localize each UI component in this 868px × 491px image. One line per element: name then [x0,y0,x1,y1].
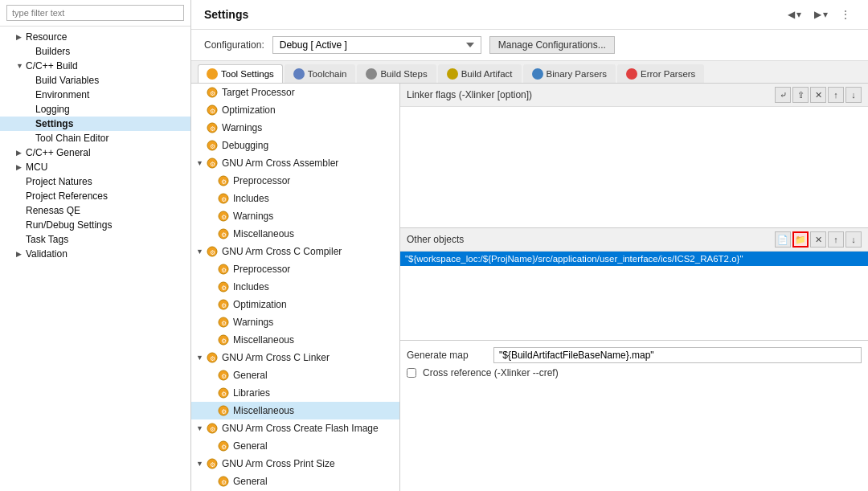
other-add-var-btn[interactable]: 📄 [775,231,791,248]
node-icon: ⚙ [217,192,230,205]
tab-build-steps[interactable]: Build Steps [357,64,436,83]
linker-add-var-btn[interactable]: ⤶ [775,87,791,103]
svg-text:⚙: ⚙ [210,161,215,168]
sidebar-item-resource[interactable]: ▶Resource [0,30,190,44]
linker-down-btn[interactable]: ↓ [845,87,862,103]
linker-flags-header: Linker flags (-Xlinker [option]) ⤶ ⇪ ✕ ↑… [400,84,868,107]
forward-button[interactable]: ▶ ▾ [809,6,833,23]
sidebar-item-settings[interactable]: Settings [0,117,190,131]
other-objects-selected-item[interactable]: "${workspace_loc:/${ProjName}/src/applic… [400,252,868,266]
sidebar-item-validation[interactable]: ▶Validation [0,247,190,261]
sidebar-item-task-tags[interactable]: Task Tags [0,232,190,247]
filter-input[interactable] [6,5,184,21]
tab-build-artifact[interactable]: Build Artifact [438,64,522,83]
node-icon: ⚙ [217,333,230,346]
left-tree-item-target-processor[interactable]: ⚙Target Processor [191,84,399,101]
tab-label: Build Steps [380,69,427,79]
left-tree-item-general4[interactable]: ⚙General [191,437,399,455]
menu-button[interactable]: ⋮ [836,6,855,23]
sidebar-item-label: Resource [26,31,67,43]
left-tree-item-includes2[interactable]: ⚙Includes [191,278,399,296]
linker-add-btn[interactable]: ⇪ [792,87,809,103]
svg-text:⚙: ⚙ [221,391,227,398]
sidebar-item-label: MCU [26,162,47,173]
sidebar-item-cpp-build[interactable]: ▼C/C++ Build [0,59,190,73]
left-tree-item-libraries3[interactable]: ⚙Libraries [191,384,399,402]
left-tree-item-miscellaneous2[interactable]: ⚙Miscellaneous [191,331,399,349]
svg-text:⚙: ⚙ [221,284,227,292]
left-tree-item-preprocessor1[interactable]: ⚙Preprocessor [191,172,399,190]
manage-configurations-button[interactable]: Manage Configurations... [489,36,615,54]
left-tree-label: GNU Arm Cross Assembler [222,158,338,169]
generate-map-input[interactable] [493,347,862,363]
other-add-folder-btn[interactable]: 📁 [792,231,809,248]
other-objects-header: Other objects 📄 📁 ✕ ↑ ↓ [400,228,868,252]
left-tree-label: GNU Arm Cross C Linker [222,352,330,363]
other-down-btn[interactable]: ↓ [845,231,862,248]
left-tree-item-includes1[interactable]: ⚙Includes [191,190,399,207]
left-tree-item-gnu-arm-assembler[interactable]: ▼ ⚙GNU Arm Cross Assembler [191,154,399,172]
tab-tool-settings[interactable]: Tool Settings [198,64,283,83]
binary-parsers-icon [532,68,543,80]
left-tree-item-warnings1[interactable]: ⚙Warnings [191,207,399,225]
left-tree-item-warnings[interactable]: ⚙Warnings [191,119,399,137]
left-tree-item-general5[interactable]: ⚙General [191,473,399,490]
cross-reference-label: Cross reference (-Xlinker --cref) [423,367,559,378]
sidebar-item-label: Settings [35,118,73,129]
left-tree-item-gnu-arm-flash[interactable]: ▼ ⚙GNU Arm Cross Create Flash Image [191,419,399,437]
left-tree-item-gnu-arm-c-linker[interactable]: ▼ ⚙GNU Arm Cross C Linker [191,349,399,366]
left-tree-label: Miscellaneous [233,334,294,346]
linker-flags-section: Linker flags (-Xlinker [option]) ⤶ ⇪ ✕ ↑… [400,84,868,228]
left-tree-item-preprocessor2[interactable]: ⚙Preprocessor [191,260,399,278]
other-delete-icon: ✕ [815,235,822,245]
sidebar-item-build-variables[interactable]: Build Variables [0,73,190,88]
config-select[interactable]: Debug [ Active ] [272,36,481,54]
linker-delete-btn[interactable]: ✕ [810,87,826,103]
left-tree-item-general3[interactable]: ⚙General [191,366,399,384]
sidebar-item-project-natures[interactable]: Project Natures [0,174,190,189]
svg-text:⚙: ⚙ [210,461,215,468]
sidebar-item-logging[interactable]: Logging [0,102,190,117]
expand-icon: ▼ [196,248,206,256]
sidebar-filter-container [0,0,190,27]
left-tree-item-gnu-arm-c-compiler[interactable]: ▼ ⚙GNU Arm Cross C Compiler [191,243,399,260]
left-tree-item-miscellaneous3[interactable]: ⚙Miscellaneous [191,402,399,419]
svg-text:⚙: ⚙ [210,249,215,256]
linker-up-btn[interactable]: ↑ [828,87,844,103]
back-icon: ◀ [788,9,795,20]
expand-icon: ▼ [196,460,206,468]
sidebar-item-cpp-general[interactable]: ▶C/C++ General [0,145,190,160]
tab-toolchain[interactable]: Toolchain [285,64,356,83]
left-tree-label: Miscellaneous [233,228,294,239]
sidebar-item-mcu[interactable]: ▶MCU [0,160,190,174]
left-tree-item-miscellaneous1[interactable]: ⚙Miscellaneous [191,225,399,243]
sidebar-item-tool-chain-editor[interactable]: Tool Chain Editor [0,131,190,145]
node-icon: ⚙ [217,174,230,187]
arrow-icon: ▶ [16,250,26,258]
sidebar-item-project-references[interactable]: Project References [0,189,190,203]
sidebar-item-run-debug-settings[interactable]: Run/Debug Settings [0,218,190,232]
left-tree-item-warnings2[interactable]: ⚙Warnings [191,313,399,331]
cross-reference-checkbox[interactable] [407,368,416,378]
left-tree-item-debugging[interactable]: ⚙Debugging [191,137,399,154]
left-tree-item-gnu-arm-print-size[interactable]: ▼ ⚙GNU Arm Cross Print Size [191,455,399,473]
other-delete-btn[interactable]: ✕ [810,231,826,248]
node-icon: ⚙ [217,387,230,399]
svg-text:⚙: ⚙ [210,355,215,362]
sidebar-item-builders[interactable]: Builders [0,44,190,59]
tab-binary-parsers[interactable]: Binary Parsers [523,64,616,83]
svg-text:⚙: ⚙ [221,479,227,486]
left-tree-item-optimization2[interactable]: ⚙Optimization [191,296,399,313]
left-tree-item-optimization[interactable]: ⚙Optimization [191,101,399,119]
tab-error-parsers[interactable]: Error Parsers [617,64,704,83]
other-objects-section: Other objects 📄 📁 ✕ ↑ ↓ "${workspace_loc… [400,228,868,341]
back-button[interactable]: ◀ ▾ [783,6,806,23]
tab-label: Tool Settings [221,69,274,79]
other-up-btn[interactable]: ↑ [828,231,844,248]
svg-text:⚙: ⚙ [210,125,215,133]
bottom-form: Generate map Cross reference (-Xlinker -… [400,341,868,385]
sidebar-item-environment[interactable]: Environment [0,88,190,102]
node-icon: ⚙ [206,121,219,134]
sidebar-item-renesas-qe[interactable]: Renesas QE [0,203,190,218]
sidebar-item-label: Environment [35,89,89,100]
